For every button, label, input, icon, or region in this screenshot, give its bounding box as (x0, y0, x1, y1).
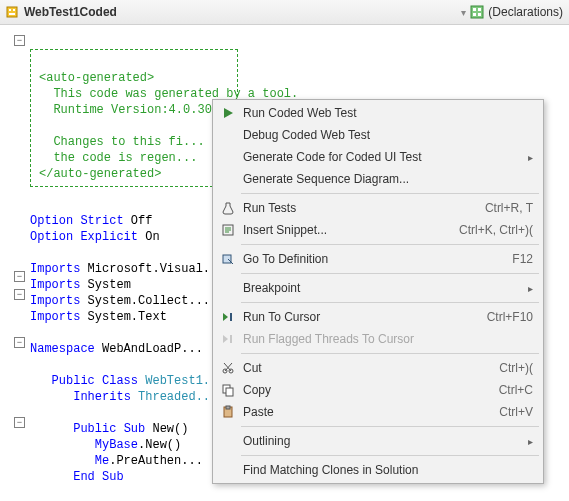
outline-toggle[interactable]: − (14, 337, 25, 348)
menu-cut[interactable]: CutCtrl+)( (213, 357, 543, 379)
outline-toggle[interactable]: − (14, 271, 25, 282)
svg-rect-1 (9, 9, 11, 11)
menu-separator (241, 353, 539, 354)
menu-copy[interactable]: CopyCtrl+C (213, 379, 543, 401)
breadcrumb-class[interactable]: WebTest1Coded (24, 5, 117, 19)
menu-separator (241, 244, 539, 245)
context-menu: Run Coded Web Test Debug Coded Web Test … (212, 99, 544, 484)
svg-rect-4 (471, 6, 483, 18)
menu-separator (241, 426, 539, 427)
menu-generate-code[interactable]: Generate Code for Coded UI Test▸ (213, 146, 543, 168)
menu-go-to-definition[interactable]: Go To DefinitionF12 (213, 248, 543, 270)
flask-icon (217, 201, 239, 215)
flag-icon (217, 332, 239, 346)
menu-insert-snippet[interactable]: Insert Snippet...Ctrl+K, Ctrl+)( (213, 219, 543, 241)
svg-rect-2 (13, 9, 15, 11)
svg-rect-15 (230, 335, 232, 343)
outline-toggle[interactable]: − (14, 417, 25, 428)
svg-rect-3 (9, 13, 15, 15)
menu-run-tests[interactable]: Run TestsCtrl+R, T (213, 197, 543, 219)
outline-toggle[interactable]: − (14, 289, 25, 300)
menu-separator (241, 193, 539, 194)
menu-run-coded-web-test[interactable]: Run Coded Web Test (213, 102, 543, 124)
copy-icon (217, 383, 239, 397)
menu-separator (241, 302, 539, 303)
menu-debug-coded-web-test[interactable]: Debug Coded Web Test (213, 124, 543, 146)
submenu-arrow-icon: ▸ (528, 436, 533, 447)
menu-generate-sequence-diagram[interactable]: Generate Sequence Diagram... (213, 168, 543, 190)
svg-rect-6 (478, 8, 481, 11)
svg-rect-19 (226, 388, 233, 396)
svg-marker-9 (224, 108, 233, 118)
svg-rect-8 (478, 13, 481, 16)
outline-toggle[interactable]: − (14, 35, 25, 46)
svg-rect-7 (473, 13, 476, 16)
snippet-icon (217, 223, 239, 237)
menu-run-flagged-threads: Run Flagged Threads To Cursor (213, 328, 543, 350)
svg-rect-11 (223, 255, 231, 263)
cut-icon (217, 361, 239, 375)
svg-rect-0 (7, 7, 17, 17)
menu-run-to-cursor[interactable]: Run To CursorCtrl+F10 (213, 306, 543, 328)
outline-gutter: − − − − − (0, 25, 24, 501)
svg-rect-21 (226, 406, 230, 409)
submenu-arrow-icon: ▸ (528, 283, 533, 294)
breadcrumb-bar: WebTest1Coded ▾ (Declarations) (0, 0, 569, 25)
svg-marker-12 (223, 313, 228, 321)
menu-paste[interactable]: PasteCtrl+V (213, 401, 543, 423)
submenu-arrow-icon: ▸ (528, 152, 533, 163)
definition-icon (217, 252, 239, 266)
menu-find-matching-clones[interactable]: Find Matching Clones in Solution (213, 459, 543, 481)
declarations-icon (470, 5, 484, 19)
menu-separator (241, 273, 539, 274)
menu-outlining[interactable]: Outlining▸ (213, 430, 543, 452)
svg-marker-14 (223, 335, 228, 343)
autogen-comment: <auto-generated> This code was generated… (30, 49, 238, 187)
svg-rect-13 (230, 313, 232, 321)
menu-separator (241, 455, 539, 456)
paste-icon (217, 405, 239, 419)
class-icon (6, 6, 18, 18)
run-icon (217, 106, 239, 120)
menu-breakpoint[interactable]: Breakpoint▸ (213, 277, 543, 299)
run-to-cursor-icon (217, 310, 239, 324)
breadcrumb-separator: ▾ (461, 7, 466, 18)
breadcrumb-member[interactable]: (Declarations) (488, 5, 563, 19)
svg-rect-5 (473, 8, 476, 11)
